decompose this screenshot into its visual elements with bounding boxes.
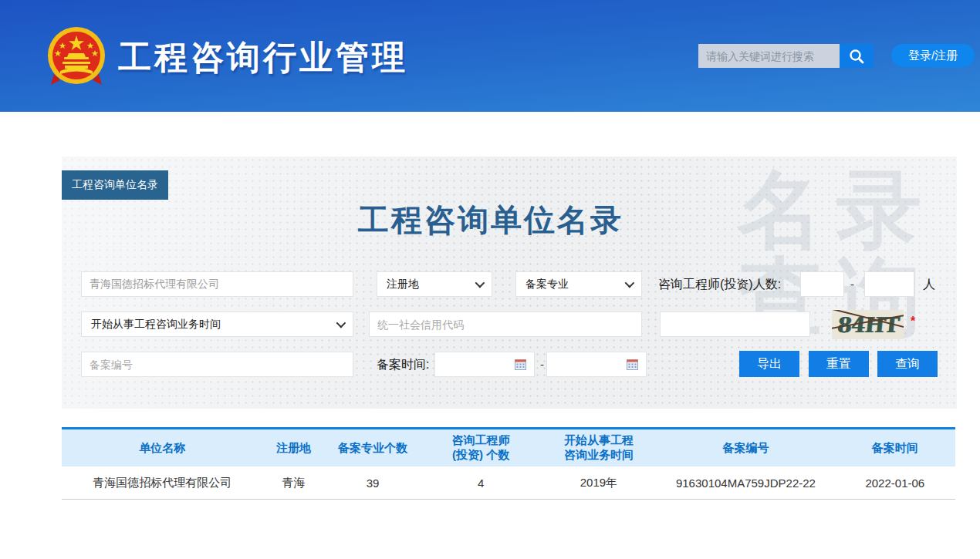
credit-code-input[interactable] — [369, 311, 642, 337]
cell-reg-place: 青海 — [263, 476, 325, 490]
person-unit-label: 人 — [923, 271, 935, 297]
site-header: 工程咨询行业管理 登录/注册 — [0, 0, 980, 112]
cell-specialty-cnt: 39 — [324, 476, 421, 490]
cell-unit-name: 青海国德招标代理有限公司 — [62, 476, 263, 490]
record-specialty-value: 备案专业 — [525, 278, 569, 291]
record-number-input[interactable] — [81, 352, 353, 377]
directory-search-panel: 名录 查询 工程咨询单位名录 工程咨询单位名录 注册地 备案专业 咨询工程师(投… — [62, 157, 957, 409]
panel-title: 工程咨询单位名录 — [62, 199, 938, 241]
engineer-count-min-input[interactable] — [800, 271, 844, 297]
search-icon — [848, 48, 865, 65]
col-header-record-time: 备案时间 — [835, 441, 955, 456]
results-table: 单位名称 注册地 备案专业个数 咨询工程师 (投资) 个数 开始从事工程 咨询业… — [62, 427, 955, 500]
required-asterisk: * — [911, 315, 915, 328]
engineer-count-max-input[interactable] — [864, 271, 914, 297]
cell-record-time: 2022-01-06 — [835, 476, 955, 490]
captcha-input[interactable] — [660, 311, 810, 337]
page-title: 工程咨询行业管理 — [118, 35, 408, 80]
engineer-count-label: 咨询工程师(投资)人数: — [658, 271, 781, 297]
cell-engineer-cnt: 4 — [421, 476, 541, 490]
range-dash: - — [850, 271, 854, 297]
query-button[interactable]: 查询 — [877, 351, 938, 377]
registration-place-select[interactable]: 注册地 — [377, 271, 492, 297]
captcha-image[interactable]: 84HT — [832, 310, 904, 339]
col-header-specialty-cnt: 备案专业个数 — [324, 441, 421, 456]
record-time-start-datepicker[interactable] — [434, 352, 535, 377]
table-header-row: 单位名称 注册地 备案专业个数 咨询工程师 (投资) 个数 开始从事工程 咨询业… — [62, 429, 955, 466]
record-time-end-datepicker[interactable] — [546, 352, 647, 377]
col-header-start-time: 开始从事工程 咨询业务时间 — [541, 433, 657, 463]
range-dash: - — [540, 352, 544, 377]
header-search — [698, 44, 874, 68]
col-header-reg-place: 注册地 — [263, 441, 325, 456]
col-header-engineer-cnt: 咨询工程师 (投资) 个数 — [421, 433, 541, 463]
registration-place-value: 注册地 — [387, 278, 419, 291]
reset-button[interactable]: 重置 — [809, 351, 869, 377]
national-emblem-logo — [43, 26, 110, 88]
col-header-unit-name: 单位名称 — [62, 441, 263, 456]
chevron-down-icon — [475, 278, 485, 288]
search-input[interactable] — [698, 44, 840, 68]
col-header-record-no: 备案编号 — [657, 441, 834, 456]
calendar-icon — [515, 359, 526, 370]
calendar-icon — [627, 359, 638, 370]
company-name-input[interactable] — [81, 271, 353, 297]
login-register-button[interactable]: 登录/注册 — [891, 44, 975, 67]
table-row[interactable]: 青海国德招标代理有限公司 青海 39 4 2019年 91630104MA759… — [62, 466, 955, 500]
export-button[interactable]: 导出 — [739, 351, 799, 377]
start-business-time-value: 开始从事工程咨询业务时间 — [91, 318, 221, 332]
cell-record-no: 91630104MA759JDP22-22 — [657, 476, 834, 490]
record-time-label: 备案时间: — [377, 352, 429, 377]
record-specialty-select[interactable]: 备案专业 — [515, 271, 642, 297]
chevron-down-icon — [336, 318, 346, 328]
search-button[interactable] — [840, 44, 874, 68]
cell-start-time: 2019年 — [541, 476, 657, 490]
start-business-time-select[interactable]: 开始从事工程咨询业务时间 — [81, 311, 353, 337]
tab-consulting-unit-directory[interactable]: 工程咨询单位名录 — [62, 170, 168, 200]
chevron-down-icon — [625, 278, 635, 288]
